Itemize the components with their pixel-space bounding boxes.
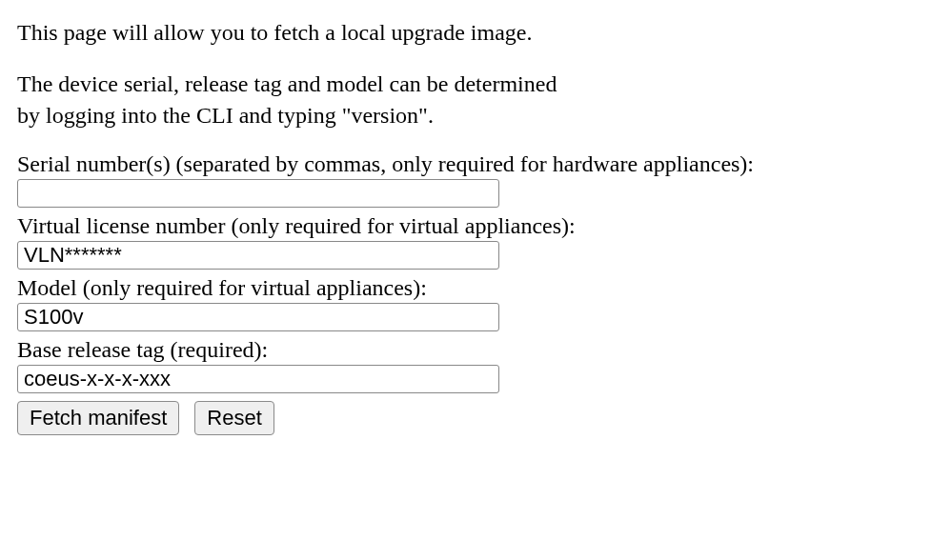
- release-label: Base release tag (required):: [17, 337, 935, 363]
- fetch-manifest-button[interactable]: Fetch manifest: [17, 401, 179, 435]
- vln-label: Virtual license number (only required fo…: [17, 213, 935, 239]
- serial-input[interactable]: [17, 179, 499, 208]
- model-label: Model (only required for virtual applian…: [17, 275, 935, 301]
- serial-label: Serial number(s) (separated by commas, o…: [17, 151, 935, 177]
- intro-text-1: This page will allow you to fetch a loca…: [17, 17, 935, 48]
- intro-text-2: The device serial, release tag and model…: [17, 69, 935, 130]
- reset-button[interactable]: Reset: [194, 401, 273, 435]
- model-input[interactable]: [17, 303, 499, 331]
- release-input[interactable]: [17, 365, 499, 393]
- vln-input[interactable]: [17, 241, 499, 270]
